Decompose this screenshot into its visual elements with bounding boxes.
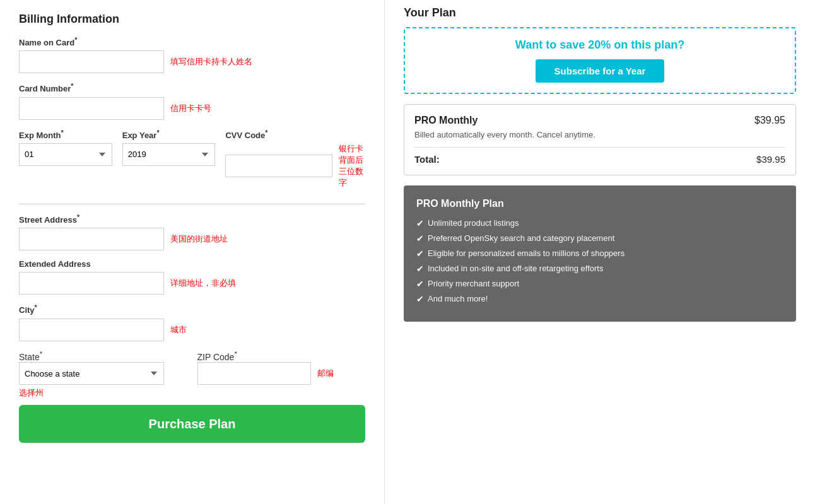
extended-address-group: Extended Address 详细地址，非必填: [19, 259, 365, 295]
plan-summary-box: PRO Monthly $39.95 Billed automatically …: [404, 104, 796, 175]
city-label: City*: [19, 303, 365, 315]
feature-item: ✔Priority merchant support: [416, 279, 783, 289]
save-banner-text: Want to save 20% on this plan?: [418, 38, 782, 52]
name-on-card-hint: 填写信用卡持卡人姓名: [170, 56, 252, 67]
zip-col: ZIP Code* 邮编: [197, 350, 366, 385]
subscribe-year-button[interactable]: Subscribe for a Year: [536, 59, 665, 83]
card-number-row: 信用卡卡号: [19, 97, 365, 120]
total-price: $39.95: [756, 154, 785, 165]
cvv-row: 银行卡背面后三位数字: [225, 143, 365, 189]
card-number-input[interactable]: [19, 97, 164, 120]
exp-year-group: Exp Year* 2019 2020 2021 2022 2023 2024 …: [122, 129, 216, 166]
plan-panel: Your Plan Want to save 20% on this plan?…: [385, 0, 815, 504]
street-address-label: Street Address*: [19, 213, 365, 225]
plan-billed-text: Billed automatically every month. Cancel…: [414, 130, 785, 139]
billing-title: Billing Information: [19, 13, 365, 26]
state-zip-row: State* Choose a state AL CA NY TX 选择州 ZI…: [19, 350, 365, 399]
your-plan-title: Your Plan: [404, 6, 796, 20]
city-input[interactable]: [19, 319, 164, 341]
state-label: State*: [19, 352, 42, 362]
street-address-group: Street Address* 美国的街道地址: [19, 213, 365, 250]
extended-address-label: Extended Address: [19, 259, 365, 269]
name-on-card-label: Name on Card*: [19, 36, 365, 47]
street-address-hint: 美国的街道地址: [170, 233, 228, 245]
exp-month-label: Exp Month*: [19, 129, 112, 140]
exp-month-select[interactable]: 01 02 03 04 05 06 07 08 09 10 11 12: [19, 143, 112, 166]
checkmark-icon: ✔: [416, 249, 424, 259]
exp-year-select[interactable]: 2019 2020 2021 2022 2023 2024 2025: [122, 143, 216, 166]
feature-item: ✔Unlimited product listings: [416, 218, 783, 228]
extended-address-input[interactable]: [19, 272, 164, 295]
card-number-group: Card Number* 信用卡卡号: [19, 82, 365, 119]
street-address-row: 美国的街道地址: [19, 228, 365, 250]
plan-name: PRO Monthly: [414, 115, 478, 126]
card-number-hint: 信用卡卡号: [170, 103, 211, 114]
feature-item: ✔Eligible for personalized emails to mil…: [416, 249, 783, 259]
card-number-label: Card Number*: [19, 82, 365, 93]
zip-row: 邮编: [197, 362, 366, 385]
checkmark-icon: ✔: [416, 294, 424, 304]
state-col: State* Choose a state AL CA NY TX 选择州: [19, 350, 187, 399]
city-hint: 城市: [170, 324, 187, 336]
cvv-label: CVV Code*: [225, 129, 365, 140]
exp-year-label: Exp Year*: [122, 129, 216, 140]
features-title: PRO Monthly Plan: [416, 198, 783, 209]
zip-label: ZIP Code*: [197, 352, 237, 362]
feature-item: ✔And much more!: [416, 294, 783, 304]
city-group: City* 城市: [19, 303, 365, 341]
checkmark-icon: ✔: [416, 233, 424, 243]
checkmark-icon: ✔: [416, 279, 424, 289]
plan-divider: [414, 147, 785, 148]
street-address-input[interactable]: [19, 228, 164, 250]
total-line: Total: $39.95: [414, 154, 785, 165]
extended-address-row: 详细地址，非必填: [19, 272, 365, 295]
cvv-hint: 银行卡背面后三位数字: [339, 143, 365, 189]
city-row: 城市: [19, 319, 365, 341]
checkmark-icon: ✔: [416, 264, 424, 274]
feature-item: ✔Preferred OpenSky search and category p…: [416, 233, 783, 243]
features-list: ✔Unlimited product listings✔Preferred Op…: [416, 218, 783, 304]
cvv-group: CVV Code* 银行卡背面后三位数字: [225, 129, 365, 189]
feature-item: ✔Included in on-site and off-site retarg…: [416, 264, 783, 274]
checkmark-icon: ✔: [416, 218, 424, 228]
form-divider: [19, 204, 365, 204]
purchase-plan-button[interactable]: Purchase Plan: [19, 405, 365, 443]
state-select[interactable]: Choose a state AL CA NY TX: [19, 362, 164, 385]
name-on-card-input[interactable]: [19, 50, 164, 73]
plan-price: $39.95: [754, 115, 785, 126]
extended-address-hint: 详细地址，非必填: [170, 278, 236, 289]
state-hint: 选择州: [19, 387, 187, 399]
zip-hint: 邮编: [317, 368, 334, 379]
cvv-input[interactable]: [225, 155, 332, 177]
name-on-card-group: Name on Card* 填写信用卡持卡人姓名: [19, 36, 365, 73]
features-box: PRO Monthly Plan ✔Unlimited product list…: [404, 185, 796, 322]
total-label: Total:: [414, 154, 440, 165]
plan-name-price-line: PRO Monthly $39.95: [414, 115, 785, 126]
zip-input[interactable]: [197, 362, 311, 385]
save-banner: Want to save 20% on this plan? Subscribe…: [404, 27, 796, 94]
billing-panel: Billing Information Name on Card* 填写信用卡持…: [0, 0, 385, 504]
name-on-card-row: 填写信用卡持卡人姓名: [19, 50, 365, 73]
exp-month-group: Exp Month* 01 02 03 04 05 06 07 08 09 10…: [19, 129, 112, 166]
exp-cvv-row: Exp Month* 01 02 03 04 05 06 07 08 09 10…: [19, 129, 365, 197]
